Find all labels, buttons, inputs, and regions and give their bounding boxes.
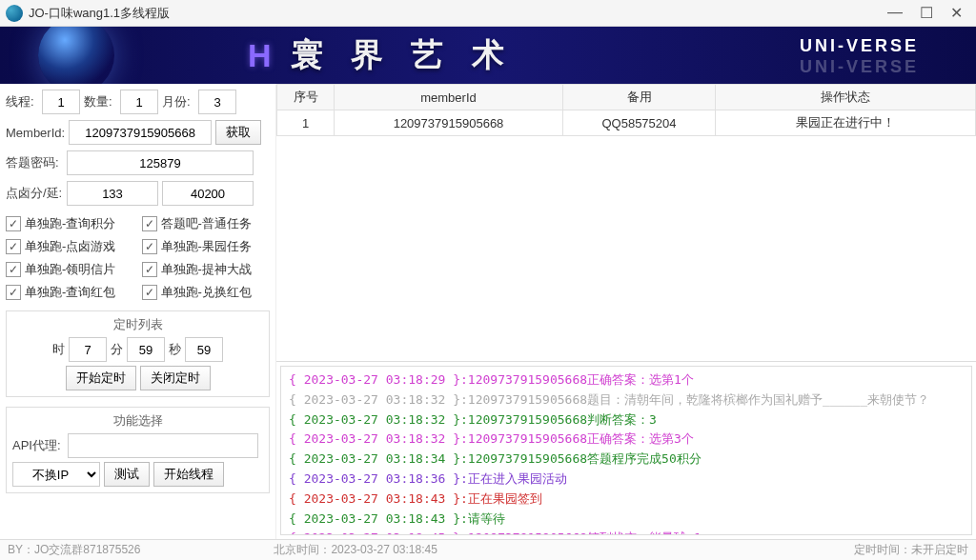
window-title: JO-口味wang1.1多线程版 (29, 5, 170, 22)
memberid-input[interactable] (69, 120, 212, 145)
timer-group-title: 定时列表 (106, 316, 171, 333)
memberid-label: MemberId: (6, 126, 65, 140)
log-line: { 2023-03-27 03:18:36 }:正在进入果园活动 (289, 470, 964, 490)
checkbox-label: 单独跑-提神大战 (161, 261, 252, 278)
function-group: 功能选择 API代理: 不换IP 测试 开始线程 (6, 407, 270, 493)
bj-time-label: 北京时间： (274, 543, 331, 556)
checkbox-item[interactable]: ✓单独跑-查询积分 (6, 215, 134, 232)
minimize-button[interactable]: — (887, 4, 903, 22)
checkmark-icon: ✓ (142, 262, 157, 277)
timer-group: 定时列表 时 分 秒 开始定时 关闭定时 (6, 310, 270, 397)
score-b-input[interactable] (162, 181, 254, 206)
checkmark-icon: ✓ (6, 285, 21, 300)
count-label: 数量: (84, 93, 116, 110)
ip-select[interactable]: 不换IP (12, 462, 100, 487)
app-icon (6, 5, 23, 22)
table-row[interactable]: 11209737915905668QQ58575204果园正在进行中！ (277, 110, 976, 136)
start-timer-button[interactable]: 开始定时 (66, 366, 136, 390)
table-header: memberId (335, 85, 563, 110)
test-button[interactable]: 测试 (104, 462, 150, 487)
checkmark-icon: ✓ (142, 239, 157, 254)
title-bar: JO-口味wang1.1多线程版 — ☐ ✕ (0, 0, 976, 27)
checkbox-item[interactable]: ✓单独跑-兑换红包 (142, 284, 271, 301)
function-group-title: 功能选择 (106, 412, 171, 430)
score-a-input[interactable] (67, 181, 158, 206)
table-area: 序号memberId备用操作状态 11209737915905668QQ5857… (276, 84, 976, 362)
api-input[interactable] (68, 433, 258, 458)
timer-status-label: 定时时间： (854, 543, 911, 556)
sec-label: 秒 (169, 341, 181, 358)
checkbox-label: 单独跑-查询积分 (25, 215, 115, 232)
banner: H 寰 界 艺 术 UNI-VERSE UNI-VERSE (0, 27, 976, 84)
checkmark-icon: ✓ (6, 216, 21, 231)
checkbox-label: 单独跑-兑换红包 (161, 284, 252, 301)
log-line: { 2023-03-27 03:18:29 }:1209737915905668… (289, 370, 964, 390)
table-header: 序号 (277, 85, 335, 110)
checkbox-label: 单独跑-查询红包 (25, 284, 115, 301)
month-input[interactable] (198, 90, 236, 114)
table-cell: 1209737915905668 (335, 110, 563, 136)
globe-icon (38, 27, 114, 84)
checkbox-label: 单独跑-点卤游戏 (25, 238, 115, 255)
start-thread-button[interactable]: 开始线程 (153, 462, 224, 487)
min-label: 分 (111, 341, 123, 358)
log-area[interactable]: { 2023-03-27 03:18:29 }:1209737915905668… (280, 366, 972, 535)
by-value: JO交流群871875526 (34, 543, 140, 556)
checkmark-icon: ✓ (142, 216, 157, 231)
hour-input[interactable] (69, 337, 107, 362)
bj-time-value: 2023-03-27 03:18:45 (331, 543, 437, 556)
checkbox-item[interactable]: ✓单独跑-提神大战 (142, 261, 271, 278)
timer-status-value: 未开启定时 (911, 543, 968, 556)
close-button[interactable]: ✕ (950, 4, 963, 22)
checkbox-item[interactable]: ✓单独跑-点卤游戏 (6, 238, 134, 255)
min-input[interactable] (127, 337, 165, 362)
table-header: 备用 (563, 85, 716, 110)
checkmark-icon: ✓ (6, 262, 21, 277)
log-line: { 2023-03-27 03:18:32 }:1209737915905668… (289, 410, 964, 430)
brand-logo: H (248, 37, 272, 74)
checkmark-icon: ✓ (142, 285, 157, 300)
checkbox-item[interactable]: ✓单独跑-查询红包 (6, 284, 134, 301)
banner-en-shadow: UNI-VERSE (800, 57, 919, 77)
checkbox-label: 单独跑-果园任务 (161, 238, 252, 255)
thread-label: 线程: (6, 93, 38, 110)
hour-label: 时 (52, 341, 65, 358)
table-header: 操作状态 (716, 85, 976, 110)
api-label: API代理: (12, 437, 64, 454)
checkbox-item[interactable]: ✓单独跑-领明信片 (6, 261, 134, 278)
maximize-button[interactable]: ☐ (920, 4, 933, 22)
close-timer-button[interactable]: 关闭定时 (140, 366, 211, 390)
checkbox-item[interactable]: ✓单独跑-果园任务 (142, 238, 271, 255)
by-label: BY： (8, 543, 34, 556)
checkbox-label: 答题吧-普通任务 (161, 215, 252, 232)
checkbox-item[interactable]: ✓答题吧-普通任务 (142, 215, 271, 232)
left-panel: 线程: 数量: 月份: MemberId: 获取 答题密码: 点卤分/延: ✓单… (0, 84, 276, 539)
status-bar: BY：JO交流群871875526 北京时间：2023-03-27 03:18:… (0, 539, 976, 560)
thread-input[interactable] (42, 90, 80, 114)
checkbox-grid: ✓单独跑-查询积分✓答题吧-普通任务✓单独跑-点卤游戏✓单独跑-果园任务✓单独跑… (6, 215, 270, 301)
sec-input[interactable] (185, 337, 223, 362)
password-label: 答题密码: (6, 154, 63, 171)
checkmark-icon: ✓ (6, 239, 21, 254)
table-cell: 果园正在进行中！ (716, 110, 976, 136)
log-line: { 2023-03-27 03:18:32 }:1209737915905668… (289, 430, 964, 450)
checkbox-label: 单独跑-领明信片 (25, 261, 115, 278)
get-button[interactable]: 获取 (215, 120, 261, 145)
log-line: { 2023-03-27 03:18:43 }:请等待 (289, 510, 964, 530)
banner-cn-title: 寰 界 艺 术 (291, 33, 514, 77)
table-cell: 1 (277, 110, 335, 136)
month-label: 月份: (162, 93, 194, 110)
table-cell: QQ58575204 (563, 110, 716, 136)
password-input[interactable] (67, 150, 254, 175)
banner-en-title: UNI-VERSE (800, 36, 919, 56)
log-line: { 2023-03-27 03:18:34 }:1209737915905668… (289, 450, 964, 470)
data-table: 序号memberId备用操作状态 11209737915905668QQ5857… (276, 84, 976, 136)
log-line: { 2023-03-27 03:18:32 }:1209737915905668… (289, 390, 964, 410)
score-label: 点卤分/延: (6, 185, 63, 202)
log-line: { 2023-03-27 03:18:45 }:1209737915905668… (289, 529, 964, 535)
log-line: { 2023-03-27 03:18:43 }:正在果园签到 (289, 490, 964, 510)
count-input[interactable] (120, 90, 158, 114)
right-panel: 序号memberId备用操作状态 11209737915905668QQ5857… (276, 84, 976, 539)
